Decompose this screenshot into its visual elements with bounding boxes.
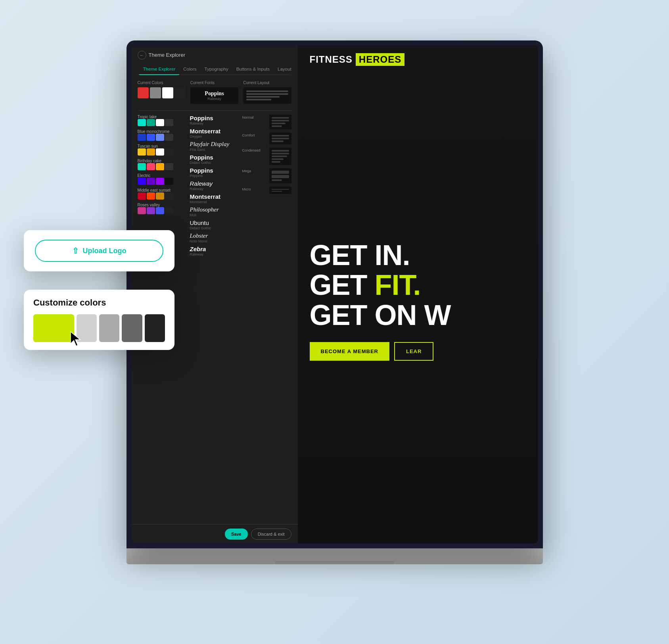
logo-heroes-text: HEROES (356, 53, 404, 66)
layout-item-condensed[interactable]: Condensed (242, 148, 291, 165)
current-layout-section: Current Layout (243, 81, 291, 104)
back-button[interactable]: ← (138, 51, 146, 60)
palette-swatch-gray[interactable] (99, 314, 119, 342)
swatch-gray (150, 87, 161, 98)
tab-theme-explorer[interactable]: Theme Explorer (139, 63, 180, 75)
current-layout-label: Current Layout (243, 81, 291, 85)
swatch (147, 134, 155, 141)
save-button[interactable]: Save (225, 529, 248, 540)
theme-item-roses[interactable]: Roses valley (138, 203, 187, 214)
font-sub: Oxygen (190, 135, 202, 138)
font-sub: Raleway (190, 252, 204, 256)
theme-item-tuscan[interactable]: Tuscan sun (138, 144, 187, 156)
font-item-poppins-didact[interactable]: Poppins Didact Gothic (190, 154, 239, 165)
font-display: Zebra (190, 246, 206, 252)
hero-buttons: BECOME A MEMBER LEAR (310, 342, 526, 361)
hero-line3: GET ON W (310, 300, 526, 331)
layout-line (246, 96, 280, 98)
theme-label: Blue monochrome (138, 129, 173, 134)
theme-swatches (138, 134, 173, 141)
font-item-playfair[interactable]: Playfair Display Fira Sans (190, 141, 239, 152)
palette-swatch-lime[interactable] (33, 314, 74, 342)
tab-colors[interactable]: Colors (179, 63, 200, 75)
panel-back-row: ← Theme Explorer (138, 51, 291, 60)
font-item-montserrat[interactable]: Montserrat Oxygen (190, 128, 239, 138)
layout-preview (269, 186, 291, 194)
swatch (165, 178, 173, 185)
layout-item-micro[interactable]: Micro (242, 186, 291, 194)
tab-buttons-inputs[interactable]: Buttons & Inputs (232, 63, 274, 75)
palette-swatch-black[interactable] (145, 314, 165, 342)
font-item-poppins-poppins[interactable]: Poppins Poppins (190, 167, 239, 178)
font-item-zebra[interactable]: Zebra Raleway (190, 246, 239, 256)
fitness-header: FITNESS HEROES (298, 45, 538, 74)
swatch-red (138, 87, 149, 98)
font-item-poppins-raleway[interactable]: Poppins Raleway (190, 115, 239, 125)
theme-item-birthday[interactable]: Birthday cake (138, 159, 187, 170)
theme-item-blue[interactable]: Blue monochrome (138, 129, 187, 141)
font-item-philosopher[interactable]: Philosopher Muli (190, 206, 239, 217)
layout-label: Normal (242, 115, 266, 119)
theme-list: Tropic lake (138, 115, 187, 214)
theme-item-electric[interactable]: Electric (138, 173, 187, 185)
swatch (138, 148, 146, 156)
font-sub: Didact Gothic (190, 161, 211, 165)
theme-item-tropic[interactable]: Tropic lake (138, 115, 187, 126)
swatch (165, 192, 173, 200)
swatch (138, 192, 146, 200)
layout-line (272, 175, 289, 178)
font-item-raleway[interactable]: Raleway Raleway (190, 180, 239, 191)
swatch (138, 163, 146, 170)
layout-item-mega[interactable]: Mega (242, 168, 291, 183)
swatch (147, 119, 155, 126)
swatch (147, 207, 155, 214)
learn-more-button[interactable]: LEAR (394, 342, 433, 361)
font-sub: Raleway (190, 121, 204, 125)
layout-line (272, 171, 289, 174)
upload-logo-button[interactable]: ⇧ Upload Logo (35, 240, 163, 262)
palette-swatch-darkgray[interactable] (122, 314, 142, 342)
font-display: Montserrat (190, 128, 221, 135)
swatch (156, 148, 164, 156)
screen-inner: ← Theme Explorer Theme Explorer Colors T… (131, 45, 538, 544)
font-display: Raleway (190, 180, 213, 187)
layout-preview (269, 148, 291, 165)
hero-line2: GET FIT. (310, 270, 526, 300)
swatch-white (162, 87, 173, 98)
tab-layout[interactable]: Layout (274, 63, 295, 75)
layout-line (272, 161, 280, 163)
theme-label: Roses valley (138, 203, 173, 207)
swatch-dark (174, 87, 186, 98)
hero-line1: GET IN. (310, 240, 526, 271)
color-palette-container (33, 314, 165, 342)
fonts-column: Poppins Raleway Montserrat Oxygen Playfa… (190, 115, 239, 256)
upload-logo-label: Upload Logo (83, 247, 127, 255)
swatch (147, 178, 155, 185)
layout-preview (269, 168, 291, 183)
font-sub: Poppins (190, 174, 203, 178)
layout-label: Condensed (242, 148, 266, 152)
font-sub: Fira Sans (190, 148, 205, 152)
swatch (156, 134, 164, 141)
font-item-montserrat2[interactable]: Montserrat Montserrat (190, 193, 239, 204)
current-color-swatches (138, 87, 186, 98)
swatch (165, 119, 173, 126)
tab-typography[interactable]: Typography (201, 63, 232, 75)
current-section-grid: Current Colors Current Fonts Po (138, 81, 291, 104)
preview-panel: FITNESS HEROES GET IN. GET FIT. GET ON W (298, 45, 538, 544)
swatch (138, 178, 146, 185)
layout-item-normal[interactable]: Normal (242, 115, 291, 129)
swatch (156, 178, 164, 185)
become-member-button[interactable]: BECOME A MEMBER (310, 342, 389, 361)
swatch (156, 192, 164, 200)
discard-button[interactable]: Discard & exit (251, 529, 291, 540)
layout-line (272, 135, 289, 136)
font-item-lobster[interactable]: Lobster Noto Mono (190, 233, 239, 243)
theme-item-middle-east[interactable]: Middle east sunset (138, 188, 187, 200)
layout-line (272, 150, 289, 152)
layout-item-comfort[interactable]: Comfort (242, 133, 291, 144)
hero-tagline: GET IN. GET FIT. GET ON W (310, 240, 526, 331)
theme-swatches (138, 163, 173, 170)
swatch (156, 207, 164, 214)
font-item-ubuntu[interactable]: Ubuntu Didact Gothic (190, 219, 239, 230)
